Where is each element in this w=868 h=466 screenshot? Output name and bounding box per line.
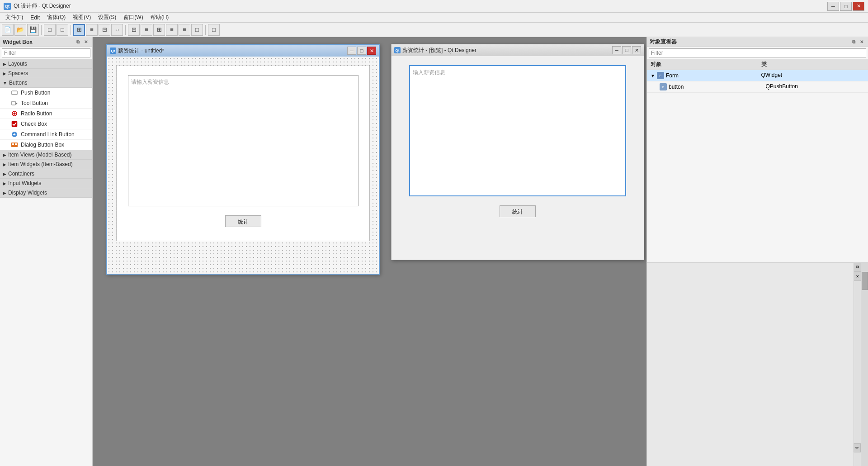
- menu-form[interactable]: 窗体(Q): [43, 13, 69, 22]
- category-input-widgets[interactable]: ▶ Input Widgets: [0, 179, 92, 188]
- category-layouts[interactable]: ▶ Layouts: [0, 59, 92, 69]
- preview-textarea-placeholder: 输入薪资信息: [410, 66, 625, 79]
- designer-win-controls: ─ □ ✕: [347, 47, 376, 55]
- toolbar-btn-4[interactable]: □: [44, 24, 56, 36]
- inspector-filter-input[interactable]: [649, 48, 866, 57]
- widget-box-float[interactable]: ⧉: [74, 38, 81, 46]
- menu-settings[interactable]: 设置(S): [94, 13, 120, 22]
- inspector-float[interactable]: ⧉: [850, 38, 857, 46]
- containers-arrow: ▶: [3, 171, 6, 176]
- app-icon: Qt: [4, 3, 11, 10]
- designer-minimize[interactable]: ─: [347, 47, 356, 55]
- widget-list: ▶ Layouts ▶ Spacers ▼ Buttons Push Butto…: [0, 59, 92, 466]
- toolbar-save[interactable]: 💾: [27, 24, 39, 36]
- maximize-button[interactable]: □: [840, 2, 852, 11]
- preview-titlebar: Qt 薪资统计 - [预览] - Qt Designer ─ □ ✕: [392, 44, 644, 56]
- toolbar-open[interactable]: 📂: [14, 24, 26, 36]
- inspector-col-object: 对象: [647, 61, 758, 68]
- category-item-widgets-label: Item Widgets (Item-Based): [8, 161, 73, 167]
- category-spacers[interactable]: ▶ Spacers: [0, 69, 92, 78]
- toolbar-layout-anchor[interactable]: ≡: [179, 24, 190, 36]
- push-button-icon: [11, 89, 18, 96]
- right-panel-btn-1[interactable]: ⧉: [854, 263, 861, 272]
- preview-minimize[interactable]: ─: [612, 46, 621, 54]
- right-panel-edit-btn[interactable]: ✏: [854, 443, 861, 452]
- widget-tool-button[interactable]: Tool Button: [0, 98, 92, 109]
- form-tree-arrow[interactable]: ▼: [651, 73, 655, 78]
- tool-button-label: Tool Button: [21, 100, 48, 106]
- category-item-views[interactable]: ▶ Item Views (Model-Based): [0, 150, 92, 160]
- svg-rect-5: [12, 121, 17, 127]
- widget-box-close[interactable]: ✕: [82, 38, 90, 46]
- designer-window: Qt 薪资统计 - untitled* ─ □ ✕ 请输入薪资信息 统计: [106, 44, 380, 275]
- widget-box-panel: Widget Box ⧉ ✕ ▶ Layouts ▶ Spacers ▼: [0, 37, 93, 466]
- toolbar-preview[interactable]: □: [208, 24, 220, 36]
- widget-check-box[interactable]: Check Box: [0, 119, 92, 129]
- inspector-button-col1: b button: [647, 82, 762, 91]
- svg-point-4: [14, 113, 16, 115]
- menu-view[interactable]: 视图(V): [69, 13, 94, 22]
- inspector-col-class: 类: [758, 61, 868, 68]
- preview-maximize[interactable]: □: [622, 46, 631, 54]
- preview-close[interactable]: ✕: [632, 46, 641, 54]
- menu-window[interactable]: 窗口(W): [120, 13, 146, 22]
- toolbar-layout-h[interactable]: ⊞: [128, 24, 140, 36]
- close-button[interactable]: ✕: [853, 2, 864, 11]
- designer-close[interactable]: ✕: [367, 47, 376, 55]
- toolbar-layout-form[interactable]: ≡: [166, 24, 178, 36]
- toolbar-edit-widget[interactable]: ⊞: [73, 24, 85, 36]
- designer-textarea[interactable]: 请输入薪资信息: [128, 75, 359, 206]
- inspector-table: 对象 类 ▼ F Form QWidget b button QPushButt…: [647, 59, 868, 262]
- toolbar-new[interactable]: 📄: [2, 24, 14, 36]
- toolbar-sep-2: [71, 25, 71, 35]
- category-buttons-label: Buttons: [9, 80, 28, 86]
- svg-rect-0: [12, 91, 17, 95]
- toolbar-btn-9[interactable]: ↔: [111, 24, 123, 36]
- toolbar-break-layout[interactable]: □: [191, 24, 203, 36]
- widget-dialog-button-box[interactable]: Dialog Button Box: [0, 140, 92, 150]
- menu-file[interactable]: 文件(F): [2, 13, 27, 22]
- designer-canvas[interactable]: 请输入薪资信息 统计: [107, 57, 379, 274]
- button-icon: b: [660, 83, 667, 90]
- right-panel-btn-2[interactable]: ✕: [854, 272, 861, 281]
- category-containers-label: Containers: [8, 171, 34, 177]
- inspector-close[interactable]: ✕: [858, 38, 865, 46]
- category-display-widgets-label: Display Widgets: [8, 190, 47, 196]
- minimize-button[interactable]: ─: [827, 2, 839, 11]
- toolbar-btn-7[interactable]: ≡: [86, 24, 98, 36]
- designer-push-button[interactable]: 统计: [225, 215, 261, 227]
- dialog-button-box-icon: [11, 141, 18, 148]
- preview-push-button[interactable]: 统计: [500, 205, 536, 217]
- toolbar-layout-grid[interactable]: ⊞: [153, 24, 165, 36]
- check-box-icon: [11, 120, 18, 128]
- inspector-form-class: QWidget: [758, 71, 868, 80]
- widget-box-title: Widget Box: [3, 39, 33, 45]
- buttons-items: Push Button Tool Button Radio Button: [0, 88, 92, 150]
- inspector-row-button[interactable]: b button QPushButton: [647, 81, 868, 93]
- toolbar-btn-5[interactable]: □: [57, 24, 68, 36]
- widget-command-link-button[interactable]: Command Link Button: [0, 129, 92, 140]
- inspector-row-form[interactable]: ▼ F Form QWidget: [647, 70, 868, 81]
- display-widgets-arrow: ▶: [3, 190, 6, 195]
- toolbar-btn-8[interactable]: ⊟: [99, 24, 110, 36]
- menu-edit[interactable]: Edit: [27, 14, 43, 22]
- preview-textarea[interactable]: 输入薪资信息: [409, 65, 626, 196]
- category-containers[interactable]: ▶ Containers: [0, 169, 92, 179]
- category-item-views-label: Item Views (Model-Based): [8, 152, 72, 158]
- widget-filter-input[interactable]: [2, 48, 90, 57]
- category-buttons[interactable]: ▼ Buttons: [0, 78, 92, 88]
- toolbar-layout-v[interactable]: ≡: [141, 24, 152, 36]
- category-display-widgets[interactable]: ▶ Display Widgets: [0, 188, 92, 198]
- inspector-form-col1: ▼ F Form: [647, 71, 758, 80]
- category-item-widgets[interactable]: ▶ Item Widgets (Item-Based): [0, 160, 92, 169]
- widget-push-button[interactable]: Push Button: [0, 88, 92, 98]
- toolbar: 📄 📂 💾 □ □ ⊞ ≡ ⊟ ↔ ⊞ ≡ ⊞ ≡ ≡ □ □: [0, 23, 868, 37]
- designer-maximize[interactable]: □: [357, 47, 366, 55]
- menu-help[interactable]: 帮助(H): [147, 13, 173, 22]
- widget-radio-button[interactable]: Radio Button: [0, 109, 92, 119]
- radio-button-icon: [11, 110, 18, 117]
- object-inspector-panel: 对象查看器 ⧉ ✕ 对象 类 ▼ F Form QWidget: [646, 37, 868, 466]
- radio-button-label: Radio Button: [21, 110, 52, 117]
- form-name: Form: [666, 72, 679, 79]
- svg-rect-9: [15, 143, 17, 145]
